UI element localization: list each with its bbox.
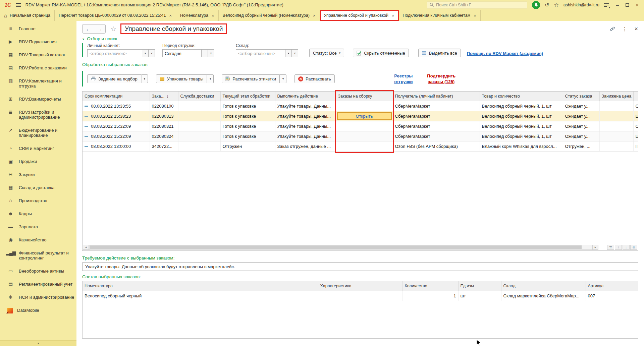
tab[interactable]: Пересчет товаров ЦБ-00000029 от 08.08.20… <box>55 10 176 21</box>
confirm-orders-link[interactable]: Подтвердить заказы (125) <box>425 73 458 84</box>
help-link[interactable]: Помощь по RDV Маркет (академия) <box>467 51 543 56</box>
dropdown-arrow-icon[interactable]: ▾ <box>280 74 286 83</box>
scrollbar-thumb[interactable] <box>90 245 582 249</box>
sidebar-item[interactable]: ≡Главное <box>0 22 76 35</box>
star-icon[interactable]: ☆ <box>110 25 116 33</box>
horizontal-scrollbar[interactable] <box>89 245 592 250</box>
scroll-left-icon[interactable]: ◂ <box>83 245 89 250</box>
print-labels-button[interactable]: Распечатать этикетки <box>222 74 280 83</box>
pack-goods-button[interactable]: Упаковать товары <box>156 74 207 83</box>
sidebar-item[interactable]: ▬Зарплата <box>0 220 76 233</box>
tab[interactable]: Управление сборкой и упаковкой× <box>320 10 399 21</box>
sidebar-item[interactable]: ↗Бюджетирование и планирование <box>0 124 76 142</box>
forward-button[interactable]: → <box>94 24 105 33</box>
orders-column-header[interactable]: Заказы на сборку <box>336 92 393 101</box>
sidebar-item[interactable]: ⊞RDV:Взаиморасчеты <box>0 93 76 106</box>
sidebar-item[interactable]: ▦Склад и доставка <box>0 181 76 194</box>
orders-column-header[interactable]: Служба доставки <box>178 92 220 101</box>
shipping-registers-link[interactable]: Реестры отгрузки <box>392 73 415 84</box>
restore-button[interactable] <box>626 3 629 7</box>
more-menu-icon[interactable]: ⋮ <box>622 26 628 32</box>
go-up-button[interactable]: ↑ <box>615 245 622 250</box>
table-row[interactable]: Велосипед сборный черный1штСклад маркетп… <box>83 291 638 301</box>
sidebar-item[interactable]: ▭Внеоборотные активы <box>0 265 76 278</box>
go-first-button[interactable]: ⇈ <box>607 245 614 250</box>
orders-column-header[interactable]: Зака...↓ <box>150 92 178 101</box>
select-all-button[interactable]: Выделить все <box>418 49 461 57</box>
link-icon[interactable] <box>610 26 615 32</box>
sidebar-item[interactable]: ≣RDV:Настройки и администрирование <box>0 106 76 124</box>
favorites-star-icon[interactable]: ☆ <box>554 2 558 8</box>
sidebar-item[interactable]: ⌂Производство <box>0 194 76 207</box>
sidebar-item[interactable]: ◉Казначейство <box>0 233 76 246</box>
sidebar-item[interactable]: ▦RDV:Товарный каталог <box>0 48 76 61</box>
composition-column-header[interactable]: Ед.изм <box>458 281 501 291</box>
orders-column-header[interactable]: Выполнить действие <box>275 92 336 101</box>
dropdown-arrow-icon[interactable]: ▾ <box>141 74 148 83</box>
composition-column-header[interactable]: Номенклатура <box>83 281 318 291</box>
user-email[interactable]: ashishkin@rdv-it.ru <box>564 3 599 7</box>
sidebar-item[interactable]: DataMobile <box>0 304 76 318</box>
sidebar-item[interactable]: ◔CRM и маркетинг <box>0 142 76 155</box>
tab-close-icon[interactable]: × <box>312 13 316 18</box>
tab-close-icon[interactable]: × <box>211 13 214 18</box>
orders-column-header[interactable] <box>633 92 638 101</box>
dropdown-arrow-icon[interactable]: ▾ <box>285 49 292 57</box>
notifications-bell-icon[interactable] <box>532 1 540 9</box>
view-settings-icon[interactable] <box>604 3 609 7</box>
filter-section-header[interactable]: ∨ Отбор и поиск <box>82 36 638 41</box>
back-button[interactable]: ← <box>83 24 94 33</box>
orders-column-header[interactable]: Занижена цена <box>599 92 633 101</box>
tab[interactable]: Номенклатура× <box>176 10 218 21</box>
sidebar-item[interactable]: ▣Продажи <box>0 155 76 168</box>
open-order-link[interactable]: Открыть <box>356 114 373 119</box>
sidebar-collapse-bar[interactable]: ▾ <box>0 340 76 346</box>
required-action-input[interactable]: Упакуйте товары. Данные об упаковках буд… <box>82 262 638 271</box>
sidebar-item[interactable]: ▤RDV:Работа с заказами <box>0 61 76 74</box>
composition-column-header[interactable]: Количество <box>402 281 458 291</box>
close-form-icon[interactable]: × <box>634 25 638 33</box>
composition-column-header[interactable]: Артикул <box>586 281 638 291</box>
tab-close-icon[interactable]: × <box>473 13 476 18</box>
clear-icon[interactable]: × <box>292 49 298 57</box>
go-down-button[interactable]: ↓ <box>623 245 630 250</box>
composition-column-header[interactable]: Характеристика <box>318 281 402 291</box>
clear-icon[interactable]: × <box>208 49 214 57</box>
sidebar-item[interactable]: ▤Регламентированный учет <box>0 278 76 291</box>
table-row[interactable]: 08.08.2022 15:32:09022080324Готов к упак… <box>83 131 638 141</box>
tab-close-icon[interactable]: × <box>169 13 172 18</box>
ellipsis-icon[interactable]: ... <box>202 49 208 57</box>
tab[interactable]: Подключения к личным кабинетам× <box>399 10 481 21</box>
orders-column-header[interactable]: Срок комплектации <box>83 92 150 101</box>
unpack-button[interactable]: ✕ Распаковать <box>294 74 335 83</box>
clear-icon[interactable]: × <box>149 49 155 57</box>
picking-task-button[interactable]: Задание на подбор <box>87 74 141 83</box>
sidebar-item[interactable]: ▥RDV:Комплектация и отгрузка <box>0 74 76 93</box>
history-icon[interactable]: ↺ <box>545 2 549 8</box>
sidebar-item[interactable]: ▂▄▆Финансовый результат и контроллинг <box>0 246 76 265</box>
table-row[interactable]: 08.08.2022 15:38:23022080313Готов к упак… <box>83 111 638 121</box>
main-menu-icon[interactable] <box>16 3 21 7</box>
tab-home[interactable]: ⌂Начальная страница <box>0 10 55 21</box>
orders-column-header[interactable]: Товар и количество <box>480 92 563 101</box>
orders-column-header[interactable]: Текущий этап обработки <box>220 92 275 101</box>
sidebar-item[interactable]: ☻Кадры <box>0 207 76 220</box>
table-row[interactable]: 08.08.2022 15:32:09022080321Готов к упак… <box>83 121 638 131</box>
sidebar-item[interactable]: ▶RDV:Подключения <box>0 35 76 48</box>
composition-column-header[interactable]: Склад <box>501 281 586 291</box>
sidebar-item[interactable]: ☸НСИ и администрирование <box>0 291 76 304</box>
minimize-button[interactable]: – <box>614 2 621 8</box>
global-search-input[interactable]: Поиск Ctrl+Shift+F <box>427 1 527 9</box>
dropdown-arrow-icon[interactable]: ▾ <box>142 49 149 57</box>
table-row[interactable]: 08.08.2022 13:00:003420722...ОтгруженЗак… <box>83 141 638 151</box>
tab-close-icon[interactable]: × <box>391 13 394 18</box>
orders-column-header[interactable]: Получатель (личный кабинет) <box>393 92 480 101</box>
shipping-period-input[interactable]: Сегодня <box>162 49 202 57</box>
orders-column-header[interactable]: Статус заказа <box>563 92 599 101</box>
personal-cabinet-input[interactable]: <отбор отключен> <box>87 49 142 57</box>
dropdown-arrow-icon[interactable]: ▾ <box>207 74 214 83</box>
table-row[interactable]: 08.08.2022 13:33:55022080100Готов к упак… <box>83 101 638 111</box>
scroll-right-icon[interactable]: ▸ <box>592 245 598 250</box>
status-filter-button[interactable]: Статус: Все ▾ <box>309 49 344 57</box>
hide-cancelled-button[interactable]: Скрыть отмененные <box>353 49 409 57</box>
